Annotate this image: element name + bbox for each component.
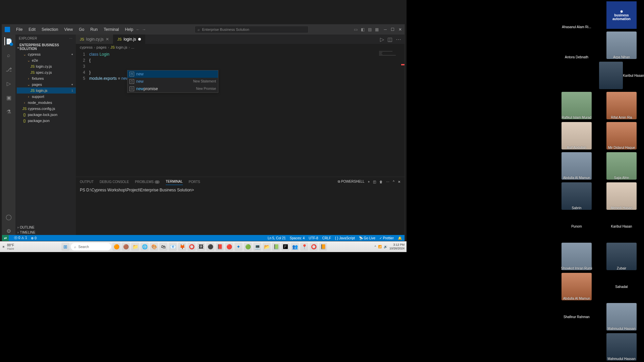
menu-file[interactable]: File (13, 26, 25, 33)
close-icon[interactable]: ✕ (106, 37, 109, 42)
taskbar-app-icon[interactable]: ⚫ (206, 243, 214, 251)
status-errors[interactable]: ⓧ 0 ⚠ 1 (14, 236, 27, 240)
participant-tile[interactable]: Antora Debnath (554, 30, 599, 60)
status-golive[interactable]: 📡 Go Live (359, 236, 375, 240)
status-encoding[interactable]: UTF-8 (309, 236, 318, 240)
more-icon[interactable]: ⋯ (386, 179, 389, 185)
participant-tile[interactable]: Abdulla Al Mamun (554, 272, 599, 302)
terminal-body[interactable]: PS D:\Cypress Workshop\Project\Enterpris… (76, 186, 405, 235)
taskbar-app-icon[interactable]: 💻 (253, 243, 261, 251)
breadcrumb-item[interactable]: pages (97, 45, 107, 49)
status-lang[interactable]: { } JavaScript (335, 236, 355, 240)
vscode-icon[interactable]: ✦ (234, 243, 243, 251)
suggest-item[interactable]: □newNew Statement (127, 78, 218, 85)
tree-item-pages[interactable]: ⌄ pages● (17, 81, 76, 87)
participant-tile[interactable]: Ahasanul Alam Ri... (554, 0, 599, 30)
participant-tile[interactable]: Mahmudul Hassan (599, 302, 644, 332)
participant-tile[interactable]: Sahadat (599, 272, 644, 302)
menu-view[interactable]: View (61, 26, 75, 33)
code-editor[interactable]: 12345 class Login { } module.exports = n… (76, 51, 405, 177)
participant-tile[interactable]: Sajia Afrin (599, 151, 644, 181)
tree-item-fixtures[interactable]: › fixtures (17, 75, 76, 81)
participant-tile[interactable]: ✱businessautomation (599, 0, 644, 30)
tree-item-e2e[interactable]: ⌄ e2e (17, 57, 76, 63)
project-title[interactable]: ⌄ ENTERPRISE BUSINESS SOLUTION (15, 43, 76, 51)
powerpoint-icon[interactable]: 📙 (319, 243, 327, 251)
remote-indicator[interactable]: ⇄ (2, 235, 9, 241)
menu-edit[interactable]: Edit (26, 26, 38, 33)
layout-panel2-icon[interactable]: ▤ (368, 27, 372, 32)
breadcrumb-item[interactable]: JS login.js (110, 45, 127, 49)
taskbar-app-icon[interactable]: 🅿 (281, 243, 289, 251)
testing-icon[interactable]: ⚗ (5, 108, 13, 116)
run-icon[interactable]: ▷ (380, 36, 384, 43)
breadcrumb-item[interactable]: cypress (80, 45, 93, 49)
taskbar-app-icon[interactable]: 🖼 (197, 243, 205, 251)
store-icon[interactable]: 🛍 (159, 243, 167, 251)
participant-tile[interactable] (554, 60, 599, 90)
nav-forward-icon[interactable]: → (142, 27, 146, 32)
close-icon[interactable]: ✕ (398, 27, 402, 32)
weather-widget[interactable]: ☀ 88°F Haze (2, 243, 14, 250)
participant-tile[interactable]: Karibul Hasan (599, 211, 644, 241)
taskbar-app-icon[interactable]: 📕 (216, 243, 224, 251)
tree-item-login-cy-js[interactable]: JSlogin.cy.js (17, 63, 76, 69)
extensions-icon[interactable]: ▣ (5, 94, 13, 102)
participant-tile[interactable]: Mehedi Hasan (599, 181, 644, 211)
panel-tab-problems[interactable]: PROBLEMS1 (135, 179, 160, 185)
panel-tab-terminal[interactable]: TERMINAL (166, 178, 183, 185)
maximize-panel-icon[interactable]: ^ (393, 179, 394, 185)
participant-tile[interactable]: Abdulla Al Mamun (554, 151, 599, 181)
edge-icon[interactable]: 🌐 (141, 243, 149, 251)
layout-panel-icon[interactable]: ▭ (354, 27, 358, 32)
taskbar-app-icon[interactable]: 🎨 (150, 243, 158, 251)
participant-tile[interactable]: Rafikul Islam Murad (554, 90, 599, 121)
suggest-item[interactable]: □newpromiseNew Promise (127, 85, 218, 93)
tree-item-spec-cy-js[interactable]: JSspec.cy.js (17, 69, 76, 75)
taskbar-app-icon[interactable]: 🟠 (112, 243, 120, 251)
status-prettier[interactable]: ✓ Prettier (379, 236, 394, 240)
outline-section[interactable]: ›OUTLINE (15, 225, 76, 230)
chrome-icon[interactable]: ⭕ (187, 243, 196, 251)
source-control-icon[interactable]: ⎇ (5, 65, 13, 73)
maximize-icon[interactable]: ☐ (391, 27, 394, 32)
tray-chevron-icon[interactable]: ^ (375, 245, 376, 248)
layout-sidebar-icon[interactable]: ◧ (361, 27, 365, 32)
kill-terminal-icon[interactable]: 🗑 (379, 179, 383, 185)
account-icon[interactable]: ◯ (5, 213, 13, 221)
new-terminal-icon[interactable]: + (368, 179, 370, 185)
teams-icon[interactable]: 👥 (291, 243, 299, 251)
settings-icon[interactable]: ⚙ (5, 227, 13, 235)
tab-login-cy-js[interactable]: JSlogin.cy.js✕ (76, 35, 113, 44)
taskbar-app-icon[interactable]: 📗 (272, 243, 280, 251)
panel-tab-debug console[interactable]: DEBUG CONSOLE (100, 179, 129, 185)
tree-item-node_modules[interactable]: › node_modules (17, 100, 76, 106)
menu-bar[interactable]: FileEditSelectionViewGoRunTerminalHelp (13, 26, 136, 33)
explorer-icon[interactable]: 📄 (4, 37, 12, 45)
sidebar-more-icon[interactable]: ⋯ (69, 37, 72, 40)
status-cursor[interactable]: Ln 5, Col 21 (268, 236, 286, 240)
tree-item-support[interactable]: › support (17, 94, 76, 100)
taskbar-app-icon[interactable]: 🟤 (122, 243, 130, 251)
menu-help[interactable]: Help (122, 26, 136, 33)
participant-tile[interactable]: Mahmudul Hassan (599, 332, 644, 362)
taskbar-app-icon[interactable]: 🟢 (244, 243, 252, 251)
minimize-icon[interactable]: ─ (384, 27, 387, 32)
search-icon[interactable]: ⌕ (5, 51, 13, 59)
participant-tile[interactable]: Sabrin (554, 181, 599, 211)
taskbar-tray[interactable]: ^ 📶 🔊 3:12 PM 10/26/2024 (375, 243, 405, 250)
menu-terminal[interactable]: Terminal (101, 26, 121, 33)
tree-item-cypress[interactable]: ⌄ cypress● (17, 51, 76, 57)
taskbar-app-icon[interactable]: 📍 (300, 243, 308, 251)
layout-custom-icon[interactable]: ▦ (375, 27, 379, 32)
more-icon[interactable]: ⋯ (396, 36, 401, 43)
menu-go[interactable]: Go (76, 26, 87, 33)
tray-wifi-icon[interactable]: 📶 (378, 245, 382, 248)
participant-tile[interactable]: Karibul Hasan (599, 60, 644, 90)
participant-tile[interactable]: Showkot Imran Rumi (554, 241, 599, 272)
taskbar-search[interactable]: ⌕ Search (71, 243, 111, 250)
participant-tile[interactable]: Asif Abdullah (554, 121, 599, 151)
tree-item-cypress-config-js[interactable]: JScypress.config.js (17, 106, 76, 112)
status-eol[interactable]: CRLF (322, 236, 331, 240)
close-panel-icon[interactable]: ✕ (398, 179, 400, 185)
